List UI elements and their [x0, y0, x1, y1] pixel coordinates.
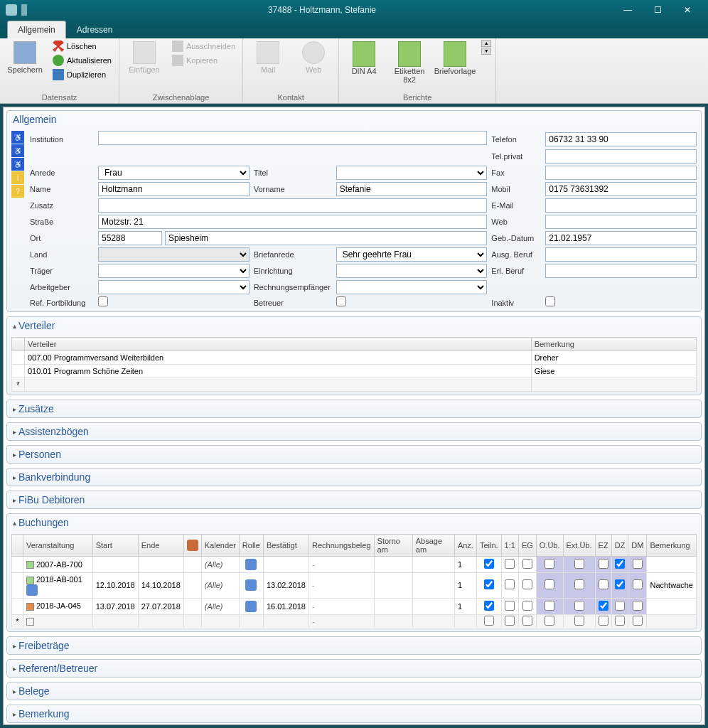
- etiketten-button[interactable]: Etiketten 8x2: [389, 40, 430, 85]
- label-land: Land: [30, 250, 94, 259]
- panel-freibetraege: ▸Freibeträge: [6, 636, 702, 655]
- label-traeger: Träger: [30, 267, 94, 275]
- label-telprivat: Tel.privat: [491, 152, 541, 161]
- panel-verteiler: ▴Verteiler VerteilerBemerkung 007.00 Pro…: [6, 316, 702, 395]
- briefvorlage-button[interactable]: Briefvorlage: [434, 40, 476, 77]
- arbeitgeber-field[interactable]: [98, 280, 250, 294]
- fax-field[interactable]: [545, 166, 697, 180]
- app-icon: [6, 4, 17, 16]
- briefanrede-field[interactable]: Sehr geehrte Frau: [336, 247, 488, 262]
- web-field[interactable]: [545, 215, 697, 229]
- label-name: Name: [30, 185, 94, 193]
- reffortbildung-checkbox[interactable]: [98, 296, 108, 306]
- email-field[interactable]: [545, 198, 697, 213]
- panel-freibetraege-header[interactable]: ▸Freibeträge: [7, 637, 701, 654]
- anrede-field[interactable]: Frau: [98, 166, 250, 180]
- ort-field[interactable]: [165, 231, 487, 245]
- panel-allgemein-header[interactable]: Allgemein: [7, 111, 701, 128]
- copy-button: Kopieren: [169, 54, 238, 67]
- inaktiv-checkbox[interactable]: [545, 296, 555, 306]
- strasse-field[interactable]: [98, 215, 487, 229]
- telefon-field[interactable]: [545, 132, 697, 146]
- web-button: Web: [293, 40, 334, 75]
- page-icon: [353, 41, 375, 67]
- betreuer-checkbox[interactable]: [336, 296, 346, 306]
- institution-field[interactable]: [98, 131, 487, 145]
- label-vorname: Vorname: [254, 185, 332, 193]
- cut-button: Ausschneiden: [169, 40, 238, 53]
- panel-zusaetze-header[interactable]: ▸Zusätze: [7, 400, 701, 417]
- ausgberuf-field[interactable]: [545, 247, 697, 262]
- erlberuf-field[interactable]: [545, 264, 697, 278]
- panel-assistenz-header[interactable]: ▸Assistenzbögen: [7, 423, 701, 440]
- role-icon: [245, 579, 257, 591]
- close-button[interactable]: ✕: [672, 0, 702, 20]
- label-telefon: Telefon: [491, 135, 541, 144]
- label-titel: Titel: [254, 168, 332, 177]
- name-field[interactable]: [98, 182, 250, 196]
- label-arbeitgeber: Arbeitgeber: [30, 283, 94, 291]
- zusatz-field[interactable]: [98, 198, 487, 213]
- dina4-button[interactable]: DIN A4: [343, 40, 385, 77]
- land-field[interactable]: [98, 247, 250, 262]
- sidebar-icon-4[interactable]: i: [11, 171, 24, 184]
- label-ort: Ort: [30, 234, 94, 242]
- label-institution: Institution: [30, 135, 94, 144]
- duplicate-icon: [53, 69, 64, 80]
- sidebar-icon-3[interactable]: ♿: [11, 158, 24, 171]
- traeger-field[interactable]: [98, 264, 250, 278]
- status-icon: [26, 584, 38, 596]
- label-web: Web: [491, 218, 541, 226]
- telprivat-field[interactable]: [545, 149, 697, 164]
- verteiler-table[interactable]: VerteilerBemerkung 007.00 Programmversan…: [11, 337, 697, 392]
- label-betreuer: Betreuer: [254, 299, 332, 307]
- table-row[interactable]: 2018-AB-001 12.10.201814.10.2018(Alle)13…: [12, 573, 697, 599]
- vorname-field[interactable]: [336, 182, 488, 196]
- titel-field[interactable]: [336, 166, 488, 180]
- role-icon: [245, 559, 257, 570]
- rechnungsempf-field[interactable]: [336, 280, 488, 294]
- tab-allgemein[interactable]: Allgemein: [7, 21, 66, 38]
- report-spinner[interactable]: ▲▼: [481, 40, 491, 55]
- table-row[interactable]: 2007-AB-700(Alle)-1: [12, 557, 697, 573]
- panel-bankverbindung: ▸Bankverbindung: [6, 468, 702, 486]
- tab-adressen[interactable]: Adressen: [66, 21, 124, 38]
- panel-belege: ▸Belege: [6, 682, 702, 700]
- ribbon-tabs: Allgemein Adressen: [0, 20, 708, 38]
- content-scroll[interactable]: Allgemein ♿ ♿ ♿ i ? Institution Telefon: [3, 107, 705, 725]
- panel-belege-header[interactable]: ▸Belege: [7, 682, 701, 700]
- buchungen-table[interactable]: Veranstaltung Start Ende Kalender Rolle …: [11, 534, 697, 628]
- panel-allgemein: Allgemein ♿ ♿ ♿ i ? Institution Telefon: [6, 110, 702, 312]
- refresh-icon: [53, 55, 64, 66]
- minimize-button[interactable]: —: [613, 0, 643, 20]
- label-ausgberuf: Ausg. Beruf: [491, 250, 541, 259]
- panel-bank-header[interactable]: ▸Bankverbindung: [7, 469, 701, 486]
- label-briefanrede: Briefanrede: [254, 250, 332, 259]
- sidebar-icon-5[interactable]: ?: [11, 185, 24, 198]
- table-row: 007.00 Programmversand WeiterbildenDrehe…: [12, 351, 697, 365]
- mobil-field[interactable]: [545, 182, 697, 196]
- panel-bemerkung-header[interactable]: ▸Bemerkung: [7, 705, 701, 722]
- table-row[interactable]: 2018-JA-04513.07.201827.07.2018(Alle)16.…: [12, 598, 697, 614]
- plz-field[interactable]: [98, 231, 162, 245]
- panel-personen: ▸Personen: [6, 445, 702, 464]
- duplicate-button[interactable]: Duplizieren: [50, 68, 114, 81]
- titlebar: 37488 - Holtzmann, Stefanie — ☐ ✕: [0, 0, 708, 20]
- panel-bemerkung: ▸Bemerkung: [6, 705, 702, 723]
- panel-personen-header[interactable]: ▸Personen: [7, 446, 701, 463]
- save-button[interactable]: Speichern: [4, 40, 45, 75]
- panel-referent-header[interactable]: ▸Referent/Betreuer: [7, 660, 701, 677]
- sidebar-icon-2[interactable]: ♿: [11, 144, 24, 157]
- maximize-button[interactable]: ☐: [643, 0, 672, 20]
- delete-button[interactable]: Löschen: [50, 40, 114, 53]
- panel-buchungen-header[interactable]: ▴Buchungen: [7, 514, 701, 531]
- panel-fibu-header[interactable]: ▸FiBu Debitoren: [7, 491, 701, 508]
- gebdatum-field[interactable]: [545, 231, 697, 245]
- quick-access[interactable]: [21, 4, 27, 16]
- panel-verteiler-header[interactable]: ▴Verteiler: [7, 317, 701, 334]
- einrichtung-field[interactable]: [336, 264, 488, 278]
- refresh-button[interactable]: Aktualisieren: [50, 54, 114, 67]
- label-mobil: Mobil: [491, 185, 541, 193]
- panel-zusaetze: ▸Zusätze: [6, 400, 702, 418]
- sidebar-icon-1[interactable]: ♿: [11, 131, 24, 144]
